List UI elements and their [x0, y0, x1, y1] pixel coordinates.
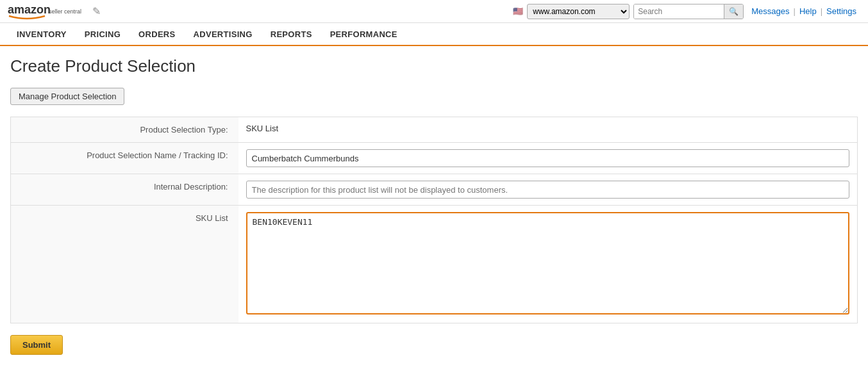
messages-link[interactable]: Messages: [747, 6, 793, 16]
flag-icon: 🇺🇸: [513, 6, 523, 16]
header: amazon seller central ✎ 🇺🇸 www.amazon.co…: [0, 0, 868, 23]
svg-text:seller central: seller central: [49, 8, 81, 15]
input-cell-name: [238, 143, 858, 174]
sku-list-value: SKU List: [246, 122, 279, 133]
input-cell-description: [238, 174, 858, 206]
form-row-type: Product Selection Type: SKU List: [11, 117, 858, 143]
sku-list-textarea[interactable]: BEN10KEVEN11: [246, 212, 850, 314]
manage-product-selection-button[interactable]: Manage Product Selection: [10, 88, 124, 105]
nav-item-pricing[interactable]: PRICING: [76, 22, 129, 45]
product-selection-name-input[interactable]: [246, 149, 850, 167]
search-input[interactable]: [634, 4, 724, 19]
store-selector[interactable]: www.amazon.com: [527, 4, 630, 19]
nav-item-advertising[interactable]: ADVERTISING: [185, 22, 262, 45]
value-product-selection-type: SKU List: [238, 117, 858, 143]
header-right: 🇺🇸 www.amazon.com 🔍 Messages | Help | Se…: [513, 4, 860, 19]
svg-text:amazon: amazon: [8, 3, 51, 16]
label-sku-list: SKU List: [11, 206, 238, 323]
label-product-selection-type: Product Selection Type:: [11, 117, 238, 143]
nav-item-reports[interactable]: REPORTS: [262, 22, 321, 45]
settings-link[interactable]: Settings: [822, 6, 860, 16]
form-row-description: Internal Description:: [11, 174, 858, 206]
logo-area: amazon seller central ✎: [8, 2, 101, 21]
help-link[interactable]: Help: [796, 6, 821, 16]
form-row-sku: SKU List BEN10KEVEN11: [11, 206, 858, 323]
form-table: Product Selection Type: SKU List Product…: [10, 117, 858, 323]
page-title: Create Product Selection: [10, 56, 858, 76]
flag-pencil-icon: ✎: [92, 5, 101, 17]
navbar: INVENTORY PRICING ORDERS ADVERTISING REP…: [0, 23, 868, 46]
nav-item-inventory[interactable]: INVENTORY: [8, 22, 76, 45]
internal-description-input[interactable]: [246, 181, 850, 199]
page-content: Create Product Selection Manage Product …: [0, 46, 868, 367]
header-links: Messages | Help | Settings: [747, 6, 860, 16]
search-button[interactable]: 🔍: [724, 4, 743, 19]
input-cell-sku: BEN10KEVEN11: [238, 206, 858, 323]
nav-item-orders[interactable]: ORDERS: [129, 22, 184, 45]
search-box: 🔍: [633, 4, 744, 19]
nav-item-performance[interactable]: PERFORMANCE: [321, 22, 406, 45]
label-product-selection-name: Product Selection Name / Tracking ID:: [11, 143, 238, 174]
label-internal-description: Internal Description:: [11, 174, 238, 206]
submit-button[interactable]: Submit: [10, 335, 63, 355]
form-row-name: Product Selection Name / Tracking ID:: [11, 143, 858, 174]
amazon-logo: amazon seller central: [8, 2, 85, 21]
